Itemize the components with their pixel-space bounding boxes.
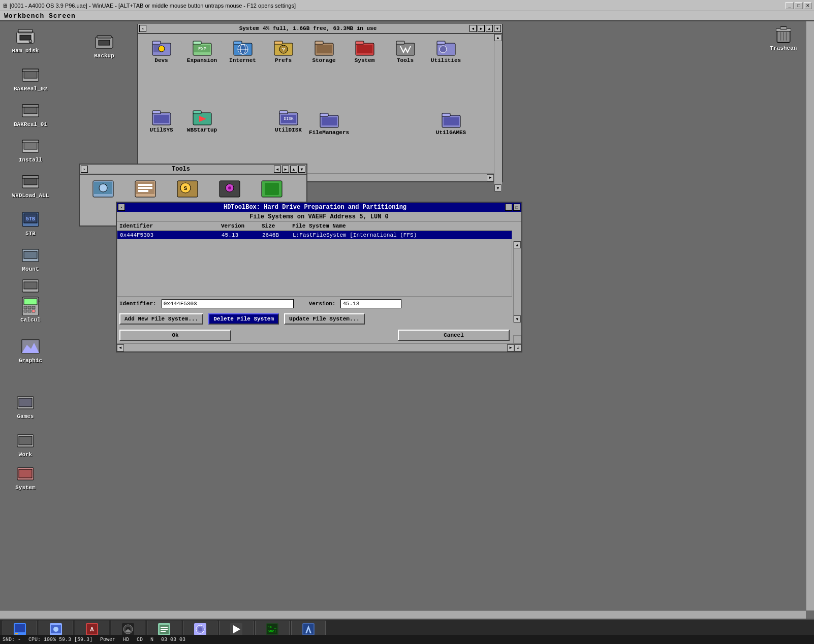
svg-rect-123 xyxy=(161,627,168,628)
system-window-scroll-up[interactable]: ▲ xyxy=(486,25,493,32)
icon-5tb[interactable]: 5TB 5TB xyxy=(10,209,51,237)
system-scroll-down[interactable]: ▼ xyxy=(494,184,502,191)
status-n: N xyxy=(150,637,153,642)
ramdisk-label: Ram Disk xyxy=(12,48,39,54)
row-version: 45.13 xyxy=(222,232,262,238)
svg-text:DISK: DISK xyxy=(284,116,293,121)
hdtoolbox-window: × HDToolBox: Hard Drive Preparation and … xyxy=(116,202,522,352)
add-filesystem-button[interactable]: Add New File System... xyxy=(119,313,203,325)
bakreal01-label: BAKReal_01 xyxy=(14,121,47,127)
icon-system-drive[interactable]: System xyxy=(5,463,46,491)
svg-rect-75 xyxy=(437,41,445,44)
table-row[interactable]: 0x444F5303 45.13 2646B L:FastFileSystem … xyxy=(117,231,512,239)
svg-rect-98 xyxy=(138,184,152,186)
folder-system[interactable]: System xyxy=(346,38,384,105)
svg-rect-6 xyxy=(97,36,111,38)
svg-text:1> _: 1> _ xyxy=(268,625,277,629)
folder-internet-label: Internet xyxy=(229,57,256,63)
table-header: Identifier Version Size File System Name xyxy=(117,222,512,231)
ok-button[interactable]: Ok xyxy=(119,330,231,341)
icon-mount[interactable]: Mount xyxy=(10,245,51,272)
buttons-row2: Ok Cancel xyxy=(117,327,512,343)
cancel-button[interactable]: Cancel xyxy=(398,330,510,341)
close-button[interactable]: ✕ xyxy=(804,2,812,9)
icon-work[interactable]: Work xyxy=(5,430,46,458)
icon-install[interactable]: Install xyxy=(10,136,51,163)
svg-point-95 xyxy=(99,184,107,192)
system-window-scroll-down[interactable]: ▼ xyxy=(494,25,501,32)
icon-backup[interactable]: Backup xyxy=(84,31,124,59)
tools-scroll-down[interactable]: ▼ xyxy=(298,166,305,173)
tools-scroll-left[interactable]: ◄ xyxy=(274,166,281,173)
icon-graphic[interactable]: Graphic xyxy=(10,336,51,364)
mount-label: Mount xyxy=(22,266,39,272)
buttons-row1: Add New File System... Delete File Syste… xyxy=(117,311,512,327)
acti-icon: A xyxy=(85,622,99,636)
folder-storage-label: Storage xyxy=(312,57,335,63)
folder-utilities[interactable]: Utilities xyxy=(427,38,465,105)
update-filesystem-button[interactable]: Update File System... xyxy=(284,313,365,325)
hdtoolbox-scroll-resize[interactable]: ⊿ xyxy=(514,344,521,351)
hdtoolbox-btn1[interactable]: _ xyxy=(505,204,512,211)
status-bar: SND: - CPU: 100% 59.3 [59.3] Power HD CD… xyxy=(0,635,814,644)
tools-window-close[interactable]: × xyxy=(81,166,88,173)
hdtoolbox-subtitle: File Systems on VAEHF Address 5, LUN 0 xyxy=(117,212,521,222)
icon-trashcan[interactable]: Trashcan xyxy=(763,24,804,51)
icon-calcul[interactable]: Calcul xyxy=(10,296,51,323)
folder-wbstartup-label: WBStartup xyxy=(187,127,217,133)
row-identifier: 0x444F5303 xyxy=(120,232,222,238)
delete-filesystem-button[interactable]: Delete File System xyxy=(208,313,279,325)
resize-handle[interactable] xyxy=(513,335,521,343)
filesystem-table-body: 0x444F5303 45.13 2646B L:FastFileSystem … xyxy=(117,231,512,297)
folder-devs[interactable]: Devs xyxy=(142,38,180,105)
icon-ramdisk[interactable]: Ram Disk xyxy=(5,26,46,54)
hdtoolbox-content: Identifier Version Size File System Name… xyxy=(117,222,521,343)
svg-rect-108 xyxy=(265,183,279,195)
identifier-label: Identifier: xyxy=(119,301,156,307)
winuae-titlebar: 🖥 [0001 - A4000 OS 3.9 P96.uae] - WinUAE… xyxy=(0,0,814,11)
folder-internet[interactable]: Internet xyxy=(224,38,262,105)
system-scroll-up[interactable]: ▲ xyxy=(494,34,502,41)
play-icon xyxy=(229,622,243,636)
hdtoolbox-scroll-right[interactable]: ► xyxy=(507,344,514,351)
svg-rect-33 xyxy=(28,310,31,312)
folder-utildisk-label: UtilDISK xyxy=(275,127,302,133)
system-window-scroll-left[interactable]: ◄ xyxy=(469,25,477,32)
icon-games[interactable]: Games xyxy=(5,392,46,420)
identifier-input[interactable] xyxy=(162,299,294,308)
icon-whdload[interactable]: WHDLoad_ALL xyxy=(10,171,51,199)
amiga-icon xyxy=(20,275,41,296)
version-input[interactable] xyxy=(340,299,401,308)
hdtoolbox-btn2[interactable]: □ xyxy=(513,204,520,211)
svg-rect-84 xyxy=(279,111,288,114)
folder-expansion[interactable]: EXP Expansion xyxy=(183,38,221,105)
folder-prefs[interactable]: ? Prefs xyxy=(264,38,302,105)
system-scroll-right[interactable]: ► xyxy=(487,174,494,181)
system-window-scroll-right[interactable]: ► xyxy=(478,25,485,32)
trashcan-label: Trashcan xyxy=(770,45,797,51)
install-label: Install xyxy=(19,157,42,163)
table-scroll-down[interactable]: ▼ xyxy=(514,315,521,323)
folder-filemanagers-label: FileManagers xyxy=(309,130,349,136)
folder-tools[interactable]: Tools xyxy=(386,38,424,105)
tools-scroll-right[interactable]: ► xyxy=(282,166,289,173)
svg-point-106 xyxy=(228,186,231,189)
folder-filemanagers[interactable]: FileManagers xyxy=(310,110,348,177)
table-scroll-up[interactable]: ▲ xyxy=(514,241,521,248)
hdtoolbox-scroll-left[interactable]: ◄ xyxy=(117,344,124,351)
folder-utilgames[interactable]: UtilGAMES xyxy=(432,110,470,177)
maximize-button[interactable]: □ xyxy=(795,2,803,9)
system-window-close[interactable]: × xyxy=(139,25,146,32)
icon-bakreal02[interactable]: BAKReal_02 xyxy=(10,65,51,92)
mult-icon xyxy=(193,622,207,636)
minimize-button[interactable]: _ xyxy=(786,2,794,9)
folder-tools-label: Tools xyxy=(397,57,414,63)
hdtoolbox-close[interactable]: × xyxy=(118,204,125,211)
icon-bakreal01[interactable]: BAKReal_01 xyxy=(10,100,51,127)
desktop: Ram Disk Backup xyxy=(0,21,814,619)
folder-storage[interactable]: Storage xyxy=(305,38,343,105)
svg-rect-81 xyxy=(193,111,201,114)
workbench-menubar: Workbench Screen xyxy=(0,11,814,21)
tools-scroll-up[interactable]: ▲ xyxy=(290,166,297,173)
svg-rect-38 xyxy=(19,398,32,407)
